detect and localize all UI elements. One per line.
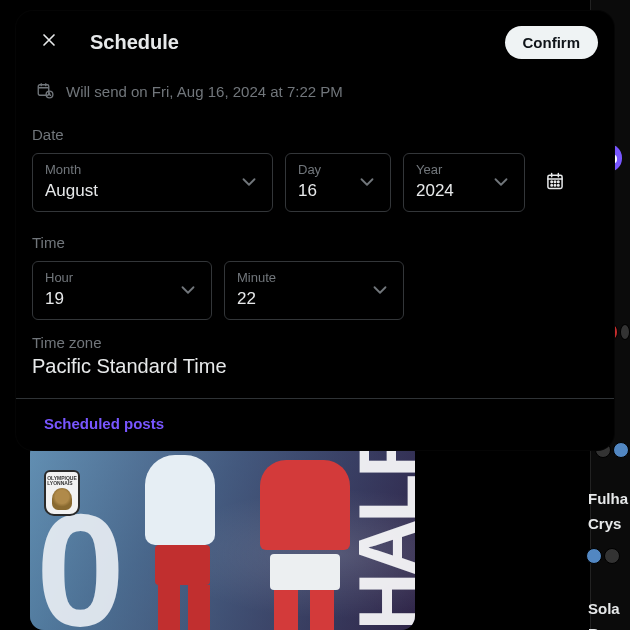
modal-title: Schedule [90, 31, 481, 54]
timezone-value: Pacific Standard Time [32, 355, 598, 378]
select-small-label: Hour [45, 270, 73, 285]
time-row: Hour 19 Minute 22 [16, 261, 614, 320]
svg-point-3 [551, 181, 553, 183]
select-small-label: Day [298, 162, 321, 177]
select-value: August [45, 181, 98, 201]
svg-point-4 [554, 181, 556, 183]
halftime-stub: HALF [358, 448, 416, 630]
select-value: 2024 [416, 181, 454, 201]
chevron-down-icon [177, 279, 199, 301]
chevron-down-icon [369, 279, 391, 301]
confirm-button[interactable]: Confirm [505, 26, 599, 59]
chevron-down-icon [356, 171, 378, 193]
bg-stub: Crys [586, 505, 630, 542]
select-small-label: Month [45, 162, 98, 177]
svg-point-7 [554, 184, 556, 186]
time-section-label: Time [16, 212, 614, 261]
timezone-block[interactable]: Time zone Pacific Standard Time [16, 320, 614, 398]
schedule-icon [36, 81, 54, 102]
attached-media-preview: 0 HALF [30, 440, 415, 630]
hour-select[interactable]: Hour 19 [32, 261, 212, 320]
date-row: Month August Day 16 Year 2024 [16, 153, 614, 212]
bg-stub: Reco [586, 615, 630, 630]
modal-header: Schedule Confirm [16, 11, 614, 73]
calendar-icon [545, 171, 565, 195]
chevron-down-icon [490, 171, 512, 193]
bg-avatars [586, 548, 630, 564]
scheduled-summary: Will send on Fri, Aug 16, 2024 at 7:22 P… [16, 73, 614, 114]
timezone-label: Time zone [32, 334, 598, 351]
select-value: 16 [298, 181, 321, 201]
svg-point-5 [558, 181, 560, 183]
select-small-label: Year [416, 162, 454, 177]
chevron-down-icon [238, 171, 260, 193]
schedule-modal: Schedule Confirm Will send on Fri, Aug 1… [15, 10, 615, 451]
close-button[interactable] [32, 25, 66, 59]
minute-select[interactable]: Minute 22 [224, 261, 404, 320]
svg-rect-0 [38, 85, 49, 96]
date-section-label: Date [16, 114, 614, 153]
svg-point-6 [551, 184, 553, 186]
scheduled-summary-text: Will send on Fri, Aug 16, 2024 at 7:22 P… [66, 83, 343, 100]
select-small-label: Minute [237, 270, 276, 285]
open-datepicker-button[interactable] [537, 171, 573, 195]
select-value: 22 [237, 289, 276, 309]
club-badge: OLYMPIQUELYONNAIS [44, 470, 80, 516]
close-icon [39, 30, 59, 54]
select-value: 19 [45, 289, 73, 309]
day-select[interactable]: Day 16 [285, 153, 391, 212]
year-select[interactable]: Year 2024 [403, 153, 525, 212]
svg-point-8 [558, 184, 560, 186]
scheduled-posts-link[interactable]: Scheduled posts [16, 399, 614, 450]
month-select[interactable]: Month August [32, 153, 273, 212]
